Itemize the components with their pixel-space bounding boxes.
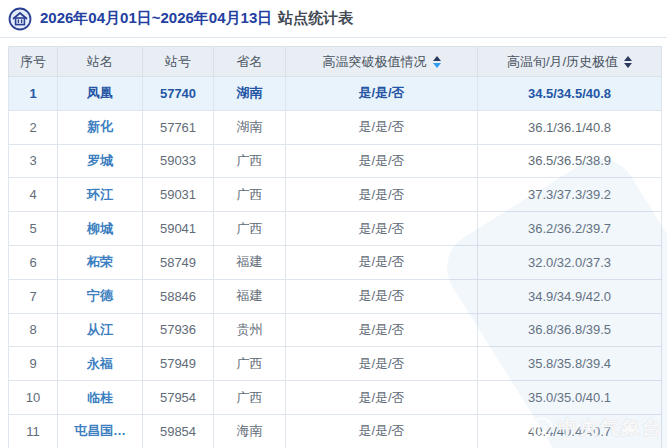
station-name-link[interactable]: 柳城 [58,212,143,246]
province: 福建 [214,245,286,279]
table-row[interactable]: 2 新化 57761 湖南 是/是/否 36.1/36.1/40.8 [9,110,662,144]
province: 湖南 [214,110,286,144]
station-name-link[interactable]: 罗城 [58,144,143,178]
table-row[interactable]: 3 罗城 59033 广西 是/是/否 36.5/36.5/38.9 [9,144,662,178]
table-row[interactable]: 6 柘荣 58749 福建 是/是/否 32.0/32.0/37.3 [9,245,662,279]
station-id: 59033 [143,144,214,178]
province: 广西 [214,144,286,178]
col-label: 站名 [87,54,113,69]
station-name-link[interactable]: 从江 [58,313,143,347]
province: 湖南 [214,77,286,111]
col-header-breaking-sort[interactable]: 高温突破极值情况 [286,47,478,77]
station-id: 59031 [143,178,214,212]
table-row[interactable]: 9 永福 57949 广西 是/是/否 35.8/35.8/39.4 [9,347,662,381]
breaking-status: 是/是/否 [286,110,478,144]
extreme-values: 35.0/35.0/40.1 [478,381,662,415]
breaking-status: 是/是/否 [286,347,478,381]
station-id: 57949 [143,347,214,381]
row-number: 10 [9,381,58,415]
col-header-extremes-sort[interactable]: 高温旬/月/历史极值 [478,47,662,77]
province: 广西 [214,381,286,415]
station-name-link[interactable]: 凤凰 [58,77,143,111]
station-id: 59854 [143,414,214,448]
col-header-province: 省名 [214,47,286,77]
table-row[interactable]: 5 柳城 59041 广西 是/是/否 36.2/36.2/39.7 [9,212,662,246]
row-number: 6 [9,245,58,279]
extreme-values: 35.8/35.8/39.4 [478,347,662,381]
extreme-values: 34.5/34.5/40.8 [478,77,662,111]
table-row[interactable]: 8 从江 57936 贵州 是/是/否 36.8/36.8/39.5 [9,313,662,347]
extreme-values: 34.9/34.9/42.0 [478,279,662,313]
title-suffix: 站点统计表 [278,9,353,26]
row-number: 3 [9,144,58,178]
station-id: 57936 [143,313,214,347]
col-label: 站号 [165,54,191,69]
extreme-values: 36.5/36.5/38.9 [478,144,662,178]
extreme-values: 37.3/37.3/39.2 [478,178,662,212]
station-name-link[interactable]: 永福 [58,347,143,381]
table-row[interactable]: 10 临桂 57954 广西 是/是/否 35.0/35.0/40.1 [9,381,662,415]
station-name-link[interactable]: 屯昌国… [58,414,143,448]
station-id: 59041 [143,212,214,246]
table-row[interactable]: 11 屯昌国… 59854 海南 是/是/否 40.4/40.4/40.7 [9,414,662,448]
date-range: 2026年04月01日~2026年04月13日 [40,9,272,26]
breaking-status: 是/是/否 [286,77,478,111]
station-id: 57740 [143,77,214,111]
extreme-values: 36.8/36.8/39.5 [478,313,662,347]
station-name-link[interactable]: 柘荣 [58,245,143,279]
province: 贵州 [214,313,286,347]
row-number: 7 [9,279,58,313]
sort-arrows-icon[interactable] [433,56,441,68]
breaking-status: 是/是/否 [286,279,478,313]
province: 海南 [214,414,286,448]
station-name-link[interactable]: 环江 [58,178,143,212]
province: 广西 [214,347,286,381]
breaking-status: 是/是/否 [286,245,478,279]
province: 广西 [214,212,286,246]
extreme-values: 40.4/40.4/40.7 [478,414,662,448]
extreme-values: 32.0/32.0/37.3 [478,245,662,279]
sort-arrows-icon[interactable] [624,56,632,68]
station-stats-table: 序号 站名 站号 省名 高温突破极值情况 高温旬/月/历史极值 1 凤凰 577… [8,46,662,448]
home-station-icon [8,7,32,31]
col-label: 序号 [20,54,46,69]
col-label: 高温旬/月/历史极值 [507,54,618,69]
row-number: 11 [9,414,58,448]
row-number: 1 [9,77,58,111]
station-name-link[interactable]: 宁德 [58,279,143,313]
table-header-row: 序号 站名 站号 省名 高温突破极值情况 高温旬/月/历史极值 [9,47,662,77]
row-number: 8 [9,313,58,347]
breaking-status: 是/是/否 [286,144,478,178]
extreme-values: 36.1/36.1/40.8 [478,110,662,144]
col-header-station-id: 站号 [143,47,214,77]
breaking-status: 是/是/否 [286,178,478,212]
station-id: 57761 [143,110,214,144]
station-name-link[interactable]: 临桂 [58,381,143,415]
table-row[interactable]: 4 环江 59031 广西 是/是/否 37.3/37.3/39.2 [9,178,662,212]
col-header-seq: 序号 [9,47,58,77]
col-label: 省名 [237,54,263,69]
col-header-station: 站名 [58,47,143,77]
breaking-status: 是/是/否 [286,414,478,448]
table-row[interactable]: 1 凤凰 57740 湖南 是/是/否 34.5/34.5/40.8 [9,77,662,111]
station-id: 58846 [143,279,214,313]
breaking-status: 是/是/否 [286,212,478,246]
row-number: 9 [9,347,58,381]
row-number: 2 [9,110,58,144]
page-title: 2026年04月01日~2026年04月13日站点统计表 [40,9,353,28]
extreme-values: 36.2/36.2/39.7 [478,212,662,246]
province: 广西 [214,178,286,212]
station-name-link[interactable]: 新化 [58,110,143,144]
row-number: 4 [9,178,58,212]
breaking-status: 是/是/否 [286,381,478,415]
breaking-status: 是/是/否 [286,313,478,347]
row-number: 5 [9,212,58,246]
station-id: 57954 [143,381,214,415]
station-id: 58749 [143,245,214,279]
page-header: 2026年04月01日~2026年04月13日站点统计表 [0,0,667,38]
col-label: 高温突破极值情况 [323,54,427,69]
province: 福建 [214,279,286,313]
table-row[interactable]: 7 宁德 58846 福建 是/是/否 34.9/34.9/42.0 [9,279,662,313]
